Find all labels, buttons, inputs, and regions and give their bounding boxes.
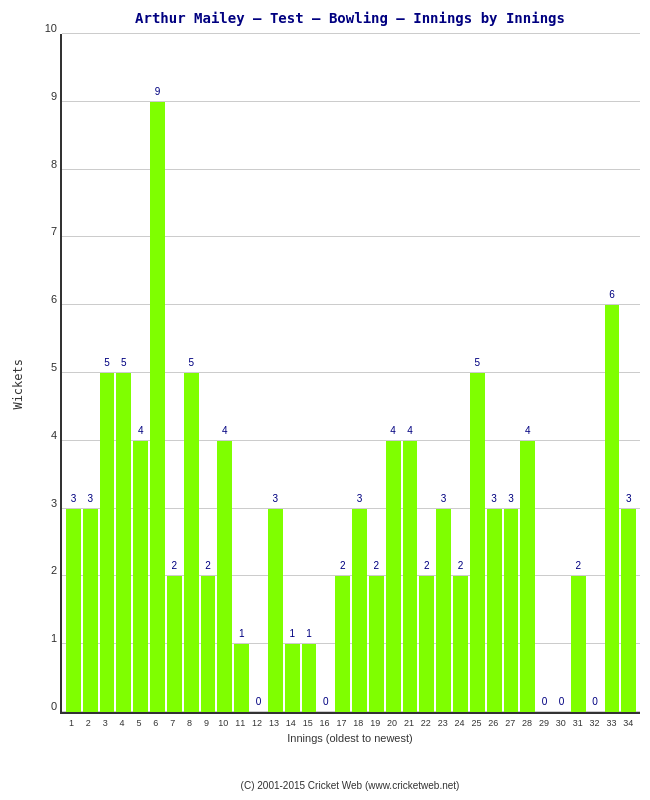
bar: 2 [571,576,586,712]
bar-value-label: 4 [390,425,396,436]
bar-group: 5 [116,34,131,712]
x-tick-label: 26 [486,718,501,728]
bar: 2 [201,576,216,712]
x-tick-label: 20 [385,718,400,728]
bar-group: 9 [150,34,165,712]
bar: 4 [133,441,148,712]
bar-group: 3 [487,34,502,712]
bar-group: 0 [251,34,266,712]
y-tick-label: 1 [32,632,57,644]
bar-group: 5 [184,34,199,712]
bar-group: 6 [605,34,620,712]
bar-value-label: 2 [374,560,380,571]
bar-group: 5 [100,34,115,712]
bar-value-label: 3 [626,493,632,504]
bar-group: 0 [588,34,603,712]
bar-value-label: 5 [104,357,110,368]
bar-value-label: 0 [323,696,329,707]
bar-group: 3 [66,34,81,712]
y-tick-label: 0 [32,700,57,712]
bar-value-label: 3 [491,493,497,504]
bar-value-label: 0 [542,696,548,707]
y-axis-title: Wickets [11,359,25,410]
bar-value-label: 3 [87,493,93,504]
bar-value-label: 2 [458,560,464,571]
bar-value-label: 0 [256,696,262,707]
bar: 4 [386,441,401,712]
y-tick-label: 3 [32,497,57,509]
bar-value-label: 2 [340,560,346,571]
bar-group: 1 [285,34,300,712]
x-tick-label: 18 [351,718,366,728]
y-tick-label: 2 [32,564,57,576]
bar: 9 [150,102,165,712]
bar-group: 4 [217,34,232,712]
bar-value-label: 4 [525,425,531,436]
bar: 2 [167,576,182,712]
x-tick-label: 5 [132,718,147,728]
bar-group: 1 [302,34,317,712]
bar-value-label: 5 [121,357,127,368]
x-labels-row: 1234567891011121314151617181920212223242… [60,718,640,728]
bar-group: 2 [201,34,216,712]
y-tick-label: 8 [32,158,57,170]
bar: 3 [66,509,81,712]
bar-group: 3 [268,34,283,712]
bar: 3 [436,509,451,712]
bar-value-label: 1 [306,628,312,639]
bar-value-label: 2 [205,560,211,571]
bar-value-label: 1 [239,628,245,639]
bar: 1 [285,644,300,712]
y-tick-label: 4 [32,429,57,441]
bar-value-label: 4 [407,425,413,436]
x-tick-label: 16 [317,718,332,728]
x-tick-label: 30 [553,718,568,728]
bar: 5 [100,373,115,712]
bar-group: 2 [167,34,182,712]
bar: 5 [470,373,485,712]
bar: 5 [116,373,131,712]
bar-value-label: 5 [188,357,194,368]
bar-group: 5 [470,34,485,712]
bar-value-label: 0 [592,696,598,707]
x-tick-label: 25 [469,718,484,728]
x-axis-title: Innings (oldest to newest) [60,732,640,744]
x-tick-label: 12 [250,718,265,728]
bar: 3 [83,509,98,712]
y-tick-label: 6 [32,293,57,305]
bar-value-label: 3 [357,493,363,504]
x-tick-label: 13 [267,718,282,728]
bar-value-label: 4 [138,425,144,436]
bar-value-label: 2 [575,560,581,571]
chart-container: Arthur Mailey – Test – Bowling – Innings… [0,0,650,800]
bars-container: 3355492524103110232442325334002063 [62,34,640,712]
bar-group: 1 [234,34,249,712]
x-tick-label: 24 [452,718,467,728]
x-tick-label: 31 [570,718,585,728]
x-tick-label: 21 [402,718,417,728]
bar-group: 2 [571,34,586,712]
bar-group: 3 [621,34,636,712]
chart-area: 0123456789103355492524103110232442325334… [60,34,640,714]
bar-value-label: 6 [609,289,615,300]
bar: 3 [352,509,367,712]
bar-value-label: 1 [289,628,295,639]
bar-group: 2 [369,34,384,712]
x-tick-label: 14 [283,718,298,728]
bar-group: 3 [436,34,451,712]
bar: 3 [621,509,636,712]
bar-value-label: 3 [273,493,279,504]
bar-group: 0 [554,34,569,712]
x-tick-label: 4 [115,718,130,728]
bar: 1 [302,644,317,712]
x-tick-label: 29 [537,718,552,728]
bar: 6 [605,305,620,712]
x-tick-label: 9 [199,718,214,728]
x-tick-label: 33 [604,718,619,728]
chart-title: Arthur Mailey – Test – Bowling – Innings… [60,10,640,26]
bar: 3 [487,509,502,712]
bar: 2 [419,576,434,712]
bar-group: 3 [83,34,98,712]
bar-group: 0 [318,34,333,712]
bar-group: 3 [504,34,519,712]
